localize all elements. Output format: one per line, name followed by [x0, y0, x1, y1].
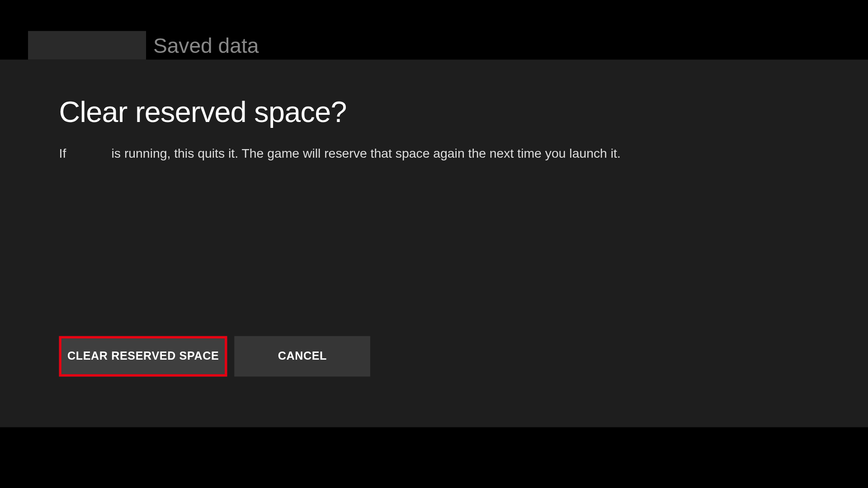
dialog-body-text: Ifis running, this quits it. The game wi… — [59, 146, 868, 161]
dialog-title: Clear reserved space? — [59, 95, 868, 129]
game-tile-placeholder — [28, 31, 146, 60]
dialog-content: Clear reserved space? Ifis running, this… — [0, 60, 868, 427]
cancel-button[interactable]: CANCEL — [235, 336, 371, 377]
header-bar: Saved data — [0, 0, 868, 60]
dialog-body-suffix: is running, this quits it. The game will… — [112, 146, 621, 161]
clear-reserved-space-button[interactable]: CLEAR RESERVED SPACE — [59, 336, 227, 377]
button-row: CLEAR RESERVED SPACE CANCEL — [59, 336, 371, 377]
bottom-bar — [0, 427, 802, 488]
breadcrumb-label: Saved data — [153, 34, 259, 58]
dialog-body-prefix: If — [59, 146, 66, 161]
